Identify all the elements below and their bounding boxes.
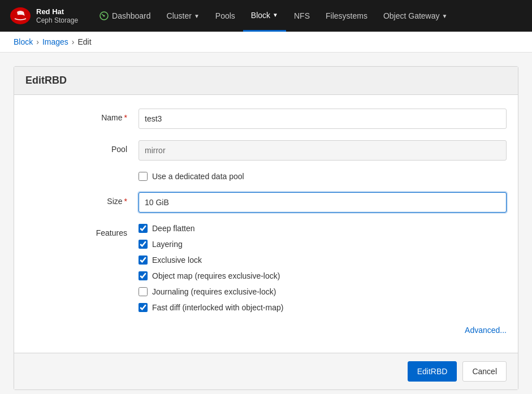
name-control-wrap xyxy=(139,109,507,129)
main-content: EditRBD Name* Pool xyxy=(0,53,532,394)
brand-line1: Red Hat xyxy=(36,7,78,16)
block-dropdown-icon: ▼ xyxy=(273,12,278,18)
cancel-button[interactable]: Cancel xyxy=(462,361,507,382)
brand-text: Red Hat Ceph Storage xyxy=(36,7,78,24)
feature-fast-diff-label[interactable]: Fast diff (interlocked with object-map) xyxy=(152,303,283,312)
feature-deep-flatten-row: Deep flatten xyxy=(139,224,507,233)
feature-exclusive-lock-checkbox[interactable] xyxy=(139,256,148,265)
nav-label-block: Block xyxy=(251,11,270,20)
features-row: Features Deep flatten Layering Exclusive… xyxy=(25,224,507,312)
feature-fast-diff-checkbox[interactable] xyxy=(139,303,148,312)
advanced-link[interactable]: Advanced... xyxy=(465,326,507,335)
size-input[interactable] xyxy=(139,192,507,213)
nav-menu: Dashboard Cluster ▼ Pools Block ▼ NFS Fi… xyxy=(92,0,523,32)
nav-label-filesystems: Filesystems xyxy=(326,11,367,20)
feature-layering-row: Layering xyxy=(139,240,507,249)
advanced-row: Advanced... xyxy=(25,323,507,339)
nav-label-cluster: Cluster xyxy=(167,11,192,20)
cluster-dropdown-icon: ▼ xyxy=(194,13,200,19)
object-gateway-dropdown-icon: ▼ xyxy=(442,13,448,19)
feature-journaling-label[interactable]: Journaling (requires exclusive-lock) xyxy=(152,287,276,296)
nav-item-dashboard[interactable]: Dashboard xyxy=(92,0,159,32)
breadcrumb-images[interactable]: Images xyxy=(42,37,68,46)
size-control-wrap xyxy=(139,192,507,213)
name-required-mark: * xyxy=(124,113,127,122)
size-required-mark: * xyxy=(124,197,127,206)
pool-label: Pool xyxy=(25,140,139,154)
feature-layering-checkbox[interactable] xyxy=(139,240,148,249)
form-title: EditRBD xyxy=(14,67,518,95)
breadcrumb: Block › Images › Edit xyxy=(0,32,532,53)
name-label: Name* xyxy=(25,109,139,122)
brand-line2: Ceph Storage xyxy=(36,16,78,24)
dedicated-pool-label[interactable]: Use a dedicated data pool xyxy=(152,172,244,181)
breadcrumb-edit: Edit xyxy=(78,37,92,46)
nav-item-nfs[interactable]: NFS xyxy=(286,0,318,32)
breadcrumb-block[interactable]: Block xyxy=(14,37,33,46)
dedicated-pool-checkbox[interactable] xyxy=(139,172,148,181)
name-row: Name* xyxy=(25,109,507,129)
pool-control-wrap xyxy=(139,140,507,161)
features-control-wrap: Deep flatten Layering Exclusive lock Obj… xyxy=(139,224,507,312)
edit-rbd-card: EditRBD Name* Pool xyxy=(14,66,518,390)
name-input[interactable] xyxy=(139,109,507,129)
nav-item-object-gateway[interactable]: Object Gateway ▼ xyxy=(375,0,456,32)
nav-item-pools[interactable]: Pools xyxy=(207,0,243,32)
nav-item-block[interactable]: Block ▼ xyxy=(243,0,286,32)
svg-point-3 xyxy=(103,15,105,17)
size-label: Size* xyxy=(25,192,139,206)
pool-row: Pool xyxy=(25,140,507,161)
nav-item-filesystems[interactable]: Filesystems xyxy=(318,0,375,32)
brand: Red Hat Ceph Storage xyxy=(9,6,78,25)
nav-label-object-gateway: Object Gateway xyxy=(383,11,440,20)
navbar: Red Hat Ceph Storage Dashboard Cluster ▼… xyxy=(0,0,532,32)
size-row: Size* xyxy=(25,192,507,213)
redhat-logo-icon xyxy=(9,6,32,25)
feature-layering-label[interactable]: Layering xyxy=(152,240,183,249)
feature-fast-diff-row: Fast diff (interlocked with object-map) xyxy=(139,303,507,312)
form-footer: EditRBD Cancel xyxy=(14,353,518,389)
features-label: Features xyxy=(25,224,139,237)
feature-journaling-row: Journaling (requires exclusive-lock) xyxy=(139,287,507,296)
feature-object-map-checkbox[interactable] xyxy=(139,271,148,280)
dedicated-pool-row: Use a dedicated data pool xyxy=(25,172,507,181)
nav-label-pools: Pools xyxy=(215,11,235,20)
speedometer-icon xyxy=(100,11,109,20)
pool-input xyxy=(139,140,507,161)
feature-exclusive-lock-row: Exclusive lock xyxy=(139,256,507,265)
edit-rbd-button[interactable]: EditRBD xyxy=(408,361,457,382)
feature-object-map-row: Object map (requires exclusive-lock) xyxy=(139,271,507,280)
breadcrumb-sep-1: › xyxy=(36,37,39,46)
nav-item-cluster[interactable]: Cluster ▼ xyxy=(159,0,207,32)
breadcrumb-sep-2: › xyxy=(72,37,75,46)
form-body: Name* Pool Use a dedicated data pool xyxy=(14,95,518,353)
feature-object-map-label[interactable]: Object map (requires exclusive-lock) xyxy=(152,271,280,280)
feature-deep-flatten-checkbox[interactable] xyxy=(139,224,148,233)
nav-label-dashboard: Dashboard xyxy=(112,11,151,20)
feature-exclusive-lock-label[interactable]: Exclusive lock xyxy=(152,256,202,265)
feature-journaling-checkbox[interactable] xyxy=(139,287,148,296)
feature-deep-flatten-label[interactable]: Deep flatten xyxy=(152,224,195,233)
nav-label-nfs: NFS xyxy=(294,11,310,20)
